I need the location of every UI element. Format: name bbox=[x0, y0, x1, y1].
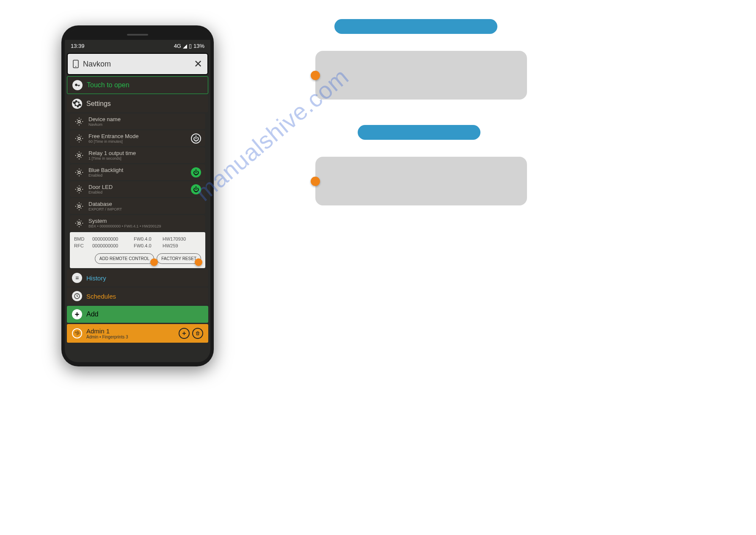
schedules-label: Schedules bbox=[86, 293, 116, 300]
info-cell: RFC bbox=[74, 243, 89, 248]
gear-icon bbox=[74, 184, 84, 194]
callout-header-1 bbox=[334, 19, 497, 34]
setting-database[interactable]: Database EXPORT / IMPORT bbox=[70, 198, 205, 214]
settings-header-row[interactable]: Settings bbox=[67, 95, 208, 112]
callout-marker-icon bbox=[311, 71, 320, 80]
svg-point-5 bbox=[78, 171, 80, 174]
admin-row[interactable]: Admin 1 Admin • Fingerprints 3 bbox=[67, 324, 208, 343]
setting-sub: Navkom bbox=[88, 122, 201, 127]
setting-free-entrance[interactable]: Free Entrance Mode 60 [Time in minutes] … bbox=[70, 130, 205, 146]
info-cell: BMD bbox=[74, 236, 89, 241]
key-icon bbox=[72, 80, 83, 90]
signal-icon: ◢ bbox=[183, 43, 187, 49]
status-bar: 13:39 4G ◢ ▯ 13% bbox=[65, 40, 210, 52]
setting-device-name[interactable]: Device name Navkom bbox=[70, 114, 205, 129]
gear-icon bbox=[74, 150, 84, 161]
gear-icon bbox=[74, 218, 84, 228]
setting-title: Free Entrance Mode bbox=[88, 133, 187, 139]
gear-icon bbox=[74, 133, 84, 144]
touch-to-open-row[interactable]: Touch to open bbox=[67, 76, 208, 94]
svg-point-8 bbox=[78, 222, 80, 225]
gear-icon bbox=[74, 201, 84, 211]
info-cell: HW170930 bbox=[163, 236, 192, 241]
setting-title: Door LED bbox=[88, 184, 187, 190]
setting-sub: Enabled bbox=[88, 173, 187, 177]
callout-marker-icon bbox=[150, 258, 158, 266]
setting-title: Relay 1 output time bbox=[88, 150, 201, 156]
callout-header-2 bbox=[358, 125, 480, 140]
setting-title: System bbox=[88, 218, 201, 224]
add-admin-icon[interactable] bbox=[179, 328, 190, 339]
callout-marker-icon bbox=[311, 177, 320, 186]
svg-point-6 bbox=[78, 188, 80, 191]
info-cell: 0000000000 bbox=[92, 236, 130, 241]
schedules-row[interactable]: Schedules bbox=[67, 288, 208, 305]
phone-notch bbox=[65, 30, 210, 40]
info-cell: HW259 bbox=[163, 243, 192, 248]
plus-icon bbox=[72, 309, 82, 319]
system-info-panel: BMD 0000000000 FW0.4.0 HW170930 RFC 0000… bbox=[70, 232, 205, 268]
fingerprint-icon bbox=[72, 328, 82, 338]
setting-system[interactable]: System BBX • 0000000000 • FW0.4.1 • HW20… bbox=[70, 215, 205, 231]
history-row[interactable]: ≡ History bbox=[67, 269, 208, 286]
setting-title: Device name bbox=[88, 116, 201, 122]
setting-title: Blue Backlight bbox=[88, 167, 187, 173]
admin-sub: Admin • Fingerprints 3 bbox=[86, 335, 174, 339]
setting-sub: 60 [Time in minutes] bbox=[88, 139, 187, 144]
svg-point-4 bbox=[78, 154, 80, 157]
info-cell: FW0.4.0 bbox=[134, 243, 159, 248]
clock-icon bbox=[72, 291, 82, 301]
app-title: Navkom bbox=[83, 60, 111, 69]
info-cell: 0000000000 bbox=[92, 243, 130, 248]
list-icon: ≡ bbox=[72, 273, 82, 283]
add-label: Add bbox=[86, 310, 98, 318]
setting-sub: EXPORT / IMPORT bbox=[88, 207, 201, 211]
device-icon bbox=[73, 60, 79, 68]
gear-icon bbox=[74, 116, 84, 127]
status-network: 4G bbox=[174, 43, 181, 49]
history-label: History bbox=[86, 274, 106, 282]
info-cell: FW0.4.0 bbox=[134, 236, 159, 241]
setting-sub: BBX • 0000000000 • FW0.4.1 • HW200129 bbox=[88, 224, 201, 228]
svg-point-2 bbox=[78, 120, 80, 123]
add-remote-control-button[interactable]: ADD REMOTE CONTROL bbox=[95, 253, 154, 264]
setting-sub: 1 [Time in seconds] bbox=[88, 156, 201, 161]
admin-title: Admin 1 bbox=[86, 327, 174, 335]
setting-relay[interactable]: Relay 1 output time 1 [Time in seconds] bbox=[70, 147, 205, 163]
app-header: Navkom ✕ bbox=[67, 53, 208, 75]
power-icon[interactable]: ⏻ bbox=[191, 133, 201, 144]
phone-screen: 13:39 4G ◢ ▯ 13% Navkom ✕ T bbox=[65, 30, 210, 362]
settings-label: Settings bbox=[86, 100, 111, 108]
speaker-slot bbox=[127, 34, 148, 36]
svg-point-1 bbox=[75, 66, 76, 67]
gear-icon bbox=[72, 99, 82, 109]
setting-title: Database bbox=[88, 201, 201, 207]
svg-point-7 bbox=[78, 205, 80, 208]
close-icon[interactable]: ✕ bbox=[194, 58, 202, 70]
setting-sub: Enabled bbox=[88, 190, 187, 194]
battery-icon: ▯ bbox=[189, 43, 192, 49]
svg-point-3 bbox=[78, 137, 80, 140]
power-on-icon[interactable]: ⏻ bbox=[191, 184, 201, 194]
callout-marker-icon bbox=[195, 258, 202, 266]
callout-body-2 bbox=[315, 157, 527, 205]
delete-admin-icon[interactable] bbox=[192, 328, 203, 339]
callout-body-1 bbox=[315, 51, 527, 100]
gear-icon bbox=[74, 167, 84, 177]
status-battery: 13% bbox=[193, 43, 204, 49]
phone-frame: 13:39 4G ◢ ▯ 13% Navkom ✕ T bbox=[61, 25, 214, 366]
status-time: 13:39 bbox=[71, 43, 85, 49]
add-row[interactable]: Add bbox=[67, 306, 208, 323]
setting-door-led[interactable]: Door LED Enabled ⏻ bbox=[70, 181, 205, 197]
power-on-icon[interactable]: ⏻ bbox=[191, 167, 201, 177]
touch-to-open-label: Touch to open bbox=[87, 81, 130, 89]
setting-backlight[interactable]: Blue Backlight Enabled ⏻ bbox=[70, 164, 205, 180]
